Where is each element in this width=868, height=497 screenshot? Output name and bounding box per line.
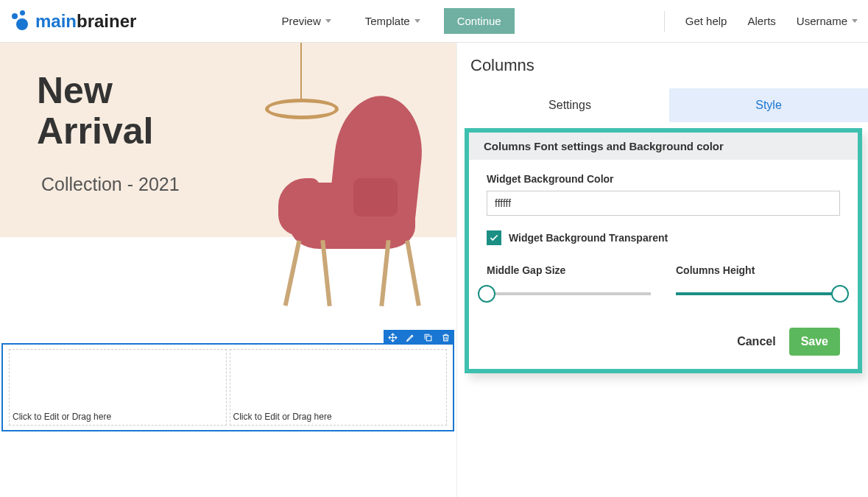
gap-slider[interactable]	[487, 285, 651, 303]
tab-settings[interactable]: Settings	[470, 88, 669, 122]
cancel-button[interactable]: Cancel	[737, 335, 775, 348]
transparent-label: Widget Background Transparent	[509, 232, 668, 244]
logo-text: mainbrainer	[35, 11, 136, 32]
gap-label: Middle Gap Size	[487, 264, 651, 276]
delete-icon[interactable]	[437, 330, 454, 345]
caret-down-icon	[414, 19, 420, 23]
height-slider[interactable]	[676, 285, 840, 303]
style-section-header: Columns Font settings and Background col…	[469, 133, 858, 160]
username-menu[interactable]: Username	[797, 15, 858, 27]
edit-icon[interactable]	[401, 330, 419, 345]
hero-section[interactable]: New Arrival Collection - 2021	[0, 43, 456, 237]
style-settings-box: Columns Font settings and Background col…	[465, 128, 862, 373]
template-menu[interactable]: Template	[355, 8, 431, 34]
caret-down-icon	[852, 19, 858, 23]
hero-subtitle: Collection - 2021	[41, 174, 180, 195]
top-bar: mainbrainer Preview Template Continue Ge…	[0, 0, 868, 43]
transparent-checkbox[interactable]	[487, 230, 501, 245]
check-icon	[489, 233, 499, 243]
column-dropzone-2[interactable]: Click to Edit or Drag here	[230, 349, 448, 426]
panel-title: Columns	[470, 56, 868, 75]
hero-title: New Arrival	[37, 71, 153, 152]
lamp-image	[300, 43, 302, 102]
top-right-menu: Get help Alerts Username	[664, 11, 858, 32]
preview-menu[interactable]: Preview	[271, 8, 341, 34]
separator	[664, 11, 665, 32]
block-toolbar	[384, 330, 454, 345]
bg-color-input[interactable]	[487, 191, 840, 216]
save-button[interactable]: Save	[789, 328, 840, 356]
editor-canvas[interactable]: New Arrival Collection - 2021	[0, 43, 456, 497]
selected-columns-block[interactable]: Click to Edit or Drag here Click to Edit…	[1, 343, 454, 431]
tab-style[interactable]: Style	[669, 88, 868, 122]
logo[interactable]: mainbrainer	[10, 10, 136, 32]
alerts-link[interactable]: Alerts	[747, 15, 775, 27]
right-panel: Columns Settings Style Columns Font sett…	[456, 43, 868, 497]
column-dropzone-1[interactable]: Click to Edit or Drag here	[9, 349, 227, 426]
panel-tabs: Settings Style	[470, 88, 868, 122]
caret-down-icon	[325, 19, 331, 23]
height-label: Columns Height	[676, 264, 840, 276]
bg-color-label: Widget Background Color	[487, 173, 840, 185]
top-center-menu: Preview Template Continue	[136, 8, 649, 34]
logo-dots-icon	[10, 10, 32, 32]
duplicate-icon[interactable]	[419, 330, 437, 345]
continue-button[interactable]: Continue	[444, 8, 515, 34]
get-help-link[interactable]: Get help	[685, 15, 727, 27]
chair-image	[269, 96, 446, 309]
main-area: New Arrival Collection - 2021	[0, 43, 868, 497]
move-icon[interactable]	[384, 330, 401, 345]
svg-rect-0	[426, 336, 431, 341]
